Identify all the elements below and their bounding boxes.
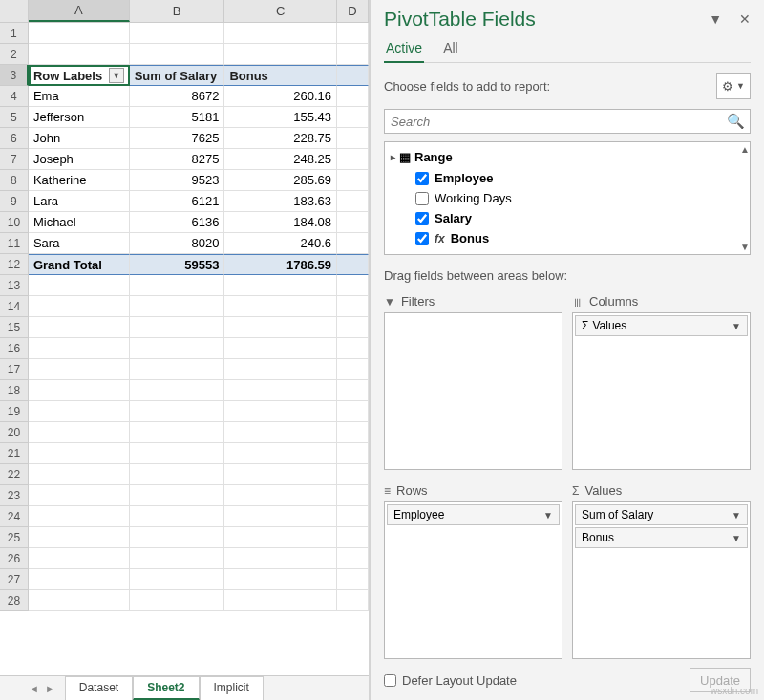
field-checkbox[interactable] <box>415 212 429 225</box>
chevron-down-icon[interactable]: ▼ <box>732 321 741 331</box>
cell[interactable] <box>130 401 225 422</box>
cell[interactable] <box>337 527 369 548</box>
cell[interactable] <box>224 359 337 380</box>
cell[interactable]: 8275 <box>130 149 225 170</box>
row-header[interactable]: 8 <box>0 170 29 191</box>
row-header[interactable]: 28 <box>0 590 29 611</box>
cell[interactable] <box>224 317 337 338</box>
tab-active[interactable]: Active <box>384 34 424 63</box>
row-header[interactable]: 10 <box>0 212 29 233</box>
cell[interactable]: Sara <box>29 233 130 254</box>
field-item[interactable]: Working Days <box>389 188 746 208</box>
cell[interactable] <box>29 569 130 590</box>
cell[interactable] <box>224 23 337 44</box>
cell[interactable] <box>224 464 337 485</box>
cell[interactable]: 285.69 <box>224 170 337 191</box>
cell[interactable]: Ema <box>29 86 130 107</box>
cell[interactable] <box>29 380 130 401</box>
field-item[interactable]: fxBonus <box>389 228 746 248</box>
cell[interactable] <box>130 464 225 485</box>
field-item[interactable]: Salary <box>389 208 746 228</box>
row-header[interactable]: 25 <box>0 527 29 548</box>
field-checkbox[interactable] <box>415 192 429 205</box>
row-header[interactable]: 12 <box>0 254 29 275</box>
sheet-tab[interactable]: Sheet2 <box>133 676 199 700</box>
row-header[interactable]: 11 <box>0 233 29 254</box>
cell[interactable]: Row Labels▼ <box>29 65 130 86</box>
cell[interactable] <box>130 359 225 380</box>
cell[interactable] <box>337 380 369 401</box>
cell[interactable]: Michael <box>29 212 130 233</box>
cell[interactable]: Grand Total <box>29 254 130 275</box>
cell[interactable] <box>337 44 369 65</box>
cell[interactable] <box>224 338 337 359</box>
row-header[interactable]: 14 <box>0 296 29 317</box>
cell[interactable] <box>224 380 337 401</box>
cell[interactable] <box>337 485 369 506</box>
cell[interactable] <box>130 296 225 317</box>
cell[interactable] <box>224 548 337 569</box>
cell[interactable] <box>29 590 130 611</box>
cell[interactable] <box>224 44 337 65</box>
col-header-c[interactable]: C <box>224 0 337 22</box>
cell[interactable] <box>337 359 369 380</box>
field-scrollbar[interactable]: ▲ ▼ <box>740 142 750 254</box>
cell[interactable]: Lara <box>29 191 130 212</box>
cell[interactable] <box>224 401 337 422</box>
cell[interactable] <box>337 212 369 233</box>
cell[interactable] <box>337 191 369 212</box>
cell[interactable] <box>337 443 369 464</box>
cell[interactable] <box>337 65 369 86</box>
sheet-tab[interactable]: Implicit <box>200 676 264 700</box>
row-header[interactable]: 18 <box>0 380 29 401</box>
scroll-up-icon[interactable]: ▲ <box>740 144 750 155</box>
filters-well[interactable] <box>384 312 562 470</box>
cell[interactable] <box>337 464 369 485</box>
values-well[interactable]: Sum of Salary▼Bonus▼ <box>572 501 751 659</box>
cell[interactable] <box>337 233 369 254</box>
cell[interactable]: John <box>29 128 130 149</box>
chevron-down-icon[interactable]: ▼ <box>543 510 553 520</box>
row-header[interactable]: 17 <box>0 359 29 380</box>
row-header[interactable]: 4 <box>0 86 29 107</box>
filter-dropdown-button[interactable]: ▼ <box>109 68 124 83</box>
cell[interactable] <box>130 548 225 569</box>
tab-prev-icon[interactable]: ◄ <box>29 683 39 694</box>
cell[interactable]: Joseph <box>29 149 130 170</box>
cell[interactable]: 248.25 <box>224 149 337 170</box>
cell[interactable] <box>29 527 130 548</box>
field-item[interactable]: Employee <box>389 168 746 188</box>
cell[interactable] <box>130 485 225 506</box>
rows-area[interactable]: ≡Rows Employee▼ <box>384 479 562 659</box>
row-header[interactable]: 19 <box>0 401 29 422</box>
cell[interactable] <box>130 338 225 359</box>
field-chip[interactable]: ΣValues▼ <box>575 315 748 336</box>
cell[interactable] <box>29 485 130 506</box>
cell[interactable] <box>29 317 130 338</box>
cell[interactable] <box>29 443 130 464</box>
tab-next-icon[interactable]: ► <box>45 683 55 694</box>
field-chip[interactable]: Sum of Salary▼ <box>575 504 748 525</box>
cell[interactable] <box>337 128 369 149</box>
row-header[interactable]: 27 <box>0 569 29 590</box>
close-icon[interactable]: ✕ <box>739 11 751 27</box>
field-list[interactable]: ▸ ▦ Range EmployeeWorking DaysSalaryfxBo… <box>384 141 751 255</box>
cell[interactable] <box>224 422 337 443</box>
cell[interactable] <box>224 569 337 590</box>
cell[interactable] <box>337 149 369 170</box>
cell[interactable] <box>337 296 369 317</box>
columns-well[interactable]: ΣValues▼ <box>572 312 751 470</box>
cell[interactable] <box>337 23 369 44</box>
select-all-corner[interactable] <box>0 0 29 23</box>
cell[interactable] <box>337 506 369 527</box>
cell[interactable]: 240.6 <box>224 233 337 254</box>
cell[interactable] <box>130 443 225 464</box>
cell[interactable]: 228.75 <box>224 128 337 149</box>
cell[interactable] <box>29 296 130 317</box>
cell[interactable] <box>337 422 369 443</box>
cell[interactable] <box>337 590 369 611</box>
row-header[interactable]: 13 <box>0 275 29 296</box>
cell[interactable]: 8020 <box>130 233 225 254</box>
cell[interactable] <box>29 422 130 443</box>
cell[interactable]: 9523 <box>130 170 225 191</box>
